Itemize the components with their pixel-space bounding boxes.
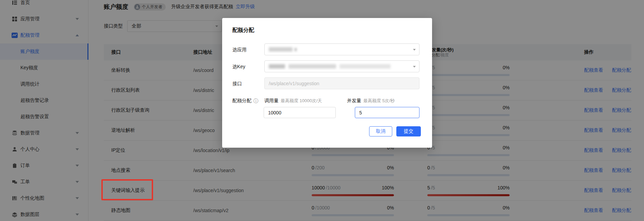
select-app-dropdown[interactable] — [264, 43, 419, 55]
redacted-key-value — [340, 64, 391, 69]
call-quota-hint: 最高额度 10000次/天 — [281, 98, 322, 103]
concurrency-quota-input[interactable] — [355, 107, 419, 118]
account-quota-page: 首页 应用管理 配额管理 账户额度 Key额度 — [0, 0, 644, 221]
api-field-input — [264, 77, 419, 89]
api-field-label: 接口 — [232, 81, 242, 87]
cancel-button[interactable]: 取消 — [369, 126, 392, 136]
redacted-app-name — [269, 47, 293, 52]
call-quota-label: 调用量最高额度 10000次/天 — [264, 98, 322, 104]
submit-button[interactable]: 提交 — [396, 126, 421, 136]
redacted-key-value — [288, 64, 336, 69]
select-caret-icon — [413, 66, 416, 68]
select-app-label: 选应用 — [232, 47, 247, 53]
info-icon: ⓘ — [253, 98, 258, 104]
modal-title: 配额分配 — [232, 27, 254, 34]
select-key-dropdown[interactable] — [264, 60, 419, 72]
select-key-label: 选Key — [232, 64, 245, 70]
redacted-app-name — [295, 48, 297, 51]
annotation-red-box — [101, 179, 153, 200]
concurrency-quota-label: 并发量最高额度 5次/秒 — [347, 98, 395, 104]
concurrency-quota-hint: 最高额度 5次/秒 — [363, 98, 395, 103]
select-caret-icon — [413, 49, 416, 51]
call-quota-input[interactable] — [264, 107, 336, 118]
quota-assign-label: 配额分配ⓘ — [232, 98, 258, 104]
quota-assign-modal: 配额分配 选应用 选Key 接口 配额分配ⓘ 调用量最高额度 10000次/天 … — [222, 18, 432, 148]
redacted-key-value — [269, 64, 285, 69]
